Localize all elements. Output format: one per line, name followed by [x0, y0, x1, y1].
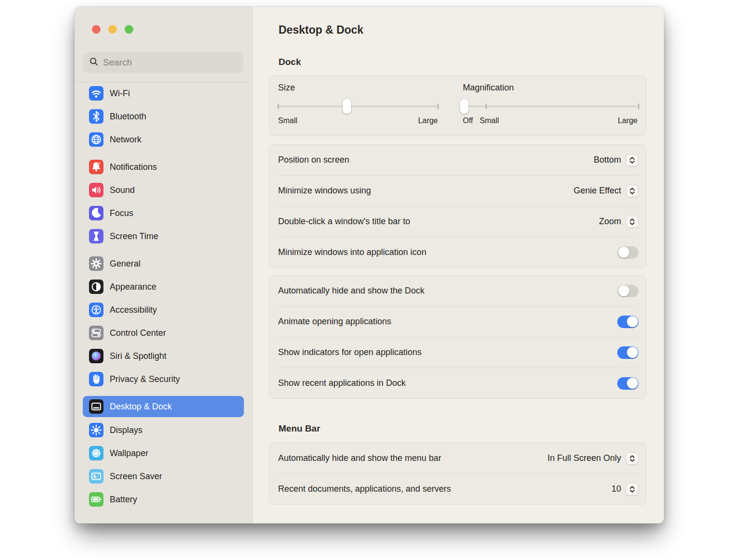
- sidebar-item-label: Siri & Spotlight: [110, 351, 166, 361]
- size-slider-scale: Small Large: [278, 116, 438, 125]
- hand-icon: [89, 372, 103, 386]
- sidebar-item-wifi[interactable]: Wi-Fi: [83, 85, 244, 102]
- dock-sliders-card: Size Small Large Magnification Off Small…: [269, 76, 647, 136]
- stepper-icon[interactable]: [626, 452, 638, 465]
- sidebar-item-bluetooth[interactable]: Bluetooth: [83, 108, 244, 125]
- auto-hide-menu-bar-select[interactable]: In Full Screen Only: [548, 452, 638, 465]
- position-on-screen-select[interactable]: Bottom: [594, 154, 638, 166]
- settings-pane: Desktop & Dock Dock Size Small Large Mag…: [253, 7, 664, 523]
- page-title: Desktop & Dock: [279, 23, 664, 37]
- auto-hide-dock-toggle[interactable]: [617, 285, 638, 297]
- stepper-icon[interactable]: [626, 216, 638, 228]
- stepper-icon[interactable]: [626, 483, 638, 496]
- sidebar-item-label: Wi-Fi: [110, 89, 130, 99]
- setting-row-auto-hide-menu-bar: Automatically hide and show the menu bar…: [269, 443, 646, 473]
- sidebar-item-control-center[interactable]: Control Center: [83, 324, 244, 342]
- sidebar-item-network[interactable]: Network: [83, 131, 244, 148]
- sidebar-group-system: General Appearance Accessibility: [83, 255, 244, 388]
- setting-row-position-on-screen: Position on screen Bottom: [269, 145, 646, 175]
- bluetooth-icon: [89, 109, 103, 124]
- sidebar-item-label: Appearance: [110, 282, 156, 292]
- siri-orb-icon: [89, 349, 103, 363]
- sidebar-item-focus[interactable]: Focus: [83, 204, 244, 222]
- search-placeholder: Search: [103, 57, 132, 68]
- sidebar-group-connectivity: Wi-Fi Bluetooth Network: [83, 85, 244, 148]
- setting-row-recent-documents: Recent documents, applications, and serv…: [269, 474, 646, 504]
- magnification-min-label: Small: [480, 116, 499, 125]
- sidebar-item-label: Displays: [110, 425, 142, 435]
- contrast-icon: [89, 280, 103, 294]
- stepper-icon[interactable]: [626, 185, 638, 197]
- setting-row-double-click-title-bar: Double-click a window's title bar to Zoo…: [269, 206, 646, 237]
- minimize-button[interactable]: [108, 25, 117, 34]
- minimize-effect-select[interactable]: Genie Effect: [573, 185, 638, 197]
- sidebar-item-notifications[interactable]: Notifications: [83, 158, 244, 176]
- desktop-background: Search Wi-Fi Blueto: [0, 0, 739, 560]
- sidebar-item-appearance[interactable]: Appearance: [83, 278, 244, 295]
- show-indicators-toggle[interactable]: [617, 346, 638, 359]
- dock-toggles-card: Automatically hide and show the Dock Ani…: [269, 275, 647, 399]
- sidebar-group-desktop: Desktop & Dock Displays Wallpaper: [83, 396, 244, 508]
- search-icon: [89, 57, 99, 68]
- magnification-max-label: Large: [618, 116, 637, 125]
- sidebar-item-displays[interactable]: Displays: [83, 421, 244, 439]
- sidebar-item-label: Network: [110, 135, 141, 145]
- accessibility-icon: [89, 303, 103, 317]
- sidebar-item-accessibility[interactable]: Accessibility: [83, 301, 244, 318]
- sidebar-group-alerts: Notifications Sound Focus: [83, 158, 244, 245]
- sidebar-item-label: Wallpaper: [110, 448, 148, 458]
- double-click-action-select[interactable]: Zoom: [599, 216, 638, 228]
- sidebar-item-label: Battery: [110, 495, 137, 505]
- sidebar-item-label: General: [110, 259, 140, 269]
- animate-opening-toggle[interactable]: [617, 316, 638, 328]
- toggle-knob: [627, 378, 638, 389]
- dock-section-heading: Dock: [279, 56, 664, 68]
- bell-icon: [89, 160, 103, 174]
- sidebar-item-battery[interactable]: Battery: [83, 491, 244, 508]
- setting-row-animate-opening: Animate opening applications: [269, 306, 646, 337]
- sidebar-item-wallpaper[interactable]: Wallpaper: [83, 445, 244, 462]
- setting-row-auto-hide-dock: Automatically hide and show the Dock: [269, 276, 646, 306]
- gear-icon: [89, 256, 103, 271]
- sidebar-item-privacy-security[interactable]: Privacy & Security: [83, 370, 244, 388]
- search-input[interactable]: Search: [83, 52, 243, 73]
- flower-icon: [89, 446, 103, 460]
- setting-row-show-indicators: Show indicators for open applications: [269, 337, 646, 368]
- sidebar-item-screen-saver[interactable]: Screen Saver: [83, 468, 244, 485]
- sidebar-item-sound[interactable]: Sound: [83, 181, 244, 199]
- recent-documents-select[interactable]: 10: [612, 483, 638, 496]
- size-slider-tick-min: [278, 103, 279, 109]
- dock-settings-card: Position on screen Bottom Minimize windo…: [269, 144, 647, 268]
- sidebar: Search Wi-Fi Blueto: [75, 7, 253, 523]
- show-recent-apps-toggle[interactable]: [617, 377, 638, 390]
- stepper-icon[interactable]: [626, 154, 638, 166]
- moon-icon: [89, 206, 103, 220]
- sidebar-item-label: Privacy & Security: [110, 374, 180, 384]
- sidebar-item-screen-time[interactable]: Screen Time: [83, 228, 244, 245]
- toggle-knob: [627, 316, 638, 327]
- minimize-into-icon-toggle[interactable]: [617, 246, 638, 259]
- size-slider-track[interactable]: [278, 105, 438, 107]
- magnification-slider-track[interactable]: [464, 105, 638, 107]
- sidebar-item-label: Accessibility: [110, 305, 157, 315]
- desktop-dock-icon: [89, 399, 103, 414]
- sidebar-item-label: Notifications: [110, 162, 157, 172]
- magnification-off-label: Off: [463, 116, 473, 125]
- toggles-icon: [89, 326, 103, 340]
- menu-bar-card: Automatically hide and show the menu bar…: [269, 443, 647, 505]
- magnification-tick-small: [485, 103, 487, 109]
- sidebar-item-siri-spotlight[interactable]: Siri & Spotlight: [83, 347, 244, 365]
- sidebar-item-label: Screen Time: [110, 231, 158, 242]
- sidebar-item-label: Bluetooth: [110, 112, 146, 122]
- setting-row-show-recent-apps: Show recent applications in Dock: [269, 368, 646, 398]
- size-slider-label: Size: [278, 83, 295, 93]
- close-button[interactable]: [92, 25, 101, 34]
- setting-row-minimize-using: Minimize windows using Genie Effect: [269, 176, 646, 206]
- sidebar-item-general[interactable]: General: [83, 255, 244, 272]
- size-slider-thumb[interactable]: [343, 99, 351, 114]
- magnification-slider-thumb[interactable]: [460, 99, 469, 114]
- sidebar-item-desktop-dock[interactable]: Desktop & Dock: [83, 396, 244, 417]
- zoom-window-button[interactable]: [125, 25, 133, 34]
- size-max-label: Large: [418, 116, 438, 125]
- system-settings-window: Search Wi-Fi Blueto: [75, 7, 664, 523]
